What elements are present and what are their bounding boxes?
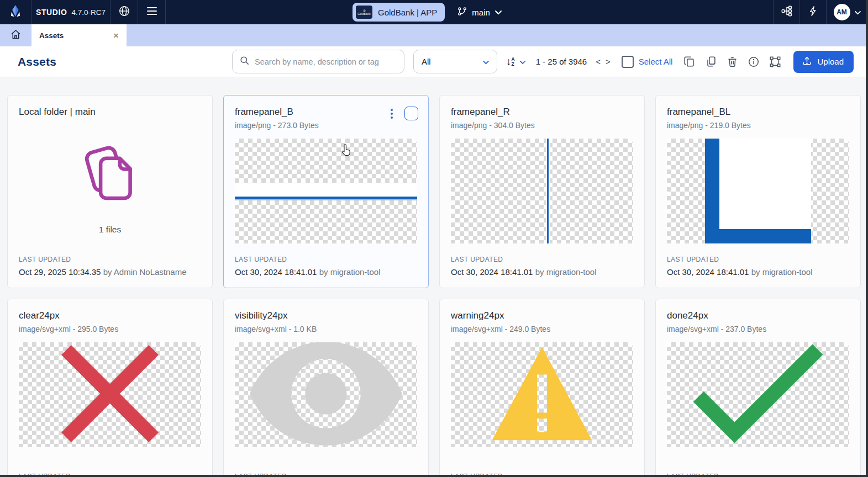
asset-preview bbox=[667, 342, 849, 447]
eye-icon bbox=[248, 342, 404, 447]
asset-title: Local folder | main bbox=[19, 107, 201, 118]
sort-az-icon: ↓ AZ bbox=[506, 56, 515, 67]
card-clear24px[interactable]: clear24px image/svg+xml - 295.0 Bytes LA… bbox=[7, 299, 213, 477]
pagination-range: 1 - 25 of 3946 bbox=[536, 57, 587, 66]
prev-page-button[interactable]: < bbox=[596, 57, 601, 66]
asset-title: done24px bbox=[667, 310, 849, 321]
updated-date: Oct 30, 2024 18:41.01 bbox=[451, 267, 533, 277]
blue-vertical-line bbox=[547, 139, 549, 243]
last-updated-label: LAST UPDATED bbox=[451, 256, 633, 263]
card-framepanel-BL[interactable]: framepanel_BL image/png - 219.0 Bytes LA… bbox=[655, 95, 861, 288]
card-footer: LAST UPDATED Oct 30, 2024 18:41.01 by mi… bbox=[235, 256, 417, 277]
asset-preview bbox=[667, 139, 849, 243]
card-local-folder[interactable]: Local folder | main 1 files LAST UPDATED… bbox=[7, 95, 213, 288]
asset-meta: image/svg+xml - 249.0 Bytes bbox=[451, 325, 633, 333]
close-tab-icon[interactable]: × bbox=[113, 31, 119, 40]
window-edge bbox=[866, 0, 868, 477]
updated-date: Oct 30, 2024 18:41.01 bbox=[235, 267, 317, 277]
branch-name: main bbox=[472, 8, 490, 17]
asset-preview bbox=[451, 139, 633, 243]
asset-meta: image/svg+xml - 1.0 KB bbox=[235, 325, 417, 333]
green-check-icon bbox=[692, 343, 824, 447]
bulk-action-icons bbox=[683, 56, 781, 68]
duplicate-icon[interactable] bbox=[705, 56, 717, 68]
studio-logo-icon bbox=[8, 4, 23, 20]
sort-control[interactable]: ↓ AZ bbox=[506, 56, 526, 67]
asset-title: framepanel_BL bbox=[667, 107, 849, 118]
node-tree-icon bbox=[781, 5, 793, 19]
product-version: 4.7.0-RC7 bbox=[71, 8, 106, 17]
main-menu-button[interactable] bbox=[138, 0, 166, 24]
assets-toolbar: Assets All ↓ AZ 1 - 25 of 3946 < > Selec… bbox=[0, 46, 868, 77]
chevron-down-icon bbox=[854, 7, 861, 17]
card-footer: LAST UPDATED Oct 30, 2024 18:41.01 by mi… bbox=[667, 256, 849, 277]
updated-by: by migration-tool bbox=[535, 267, 597, 277]
goldbank-logo-icon: ♛ GoldBank bbox=[356, 6, 372, 19]
updated-date: Oct 29, 2025 10:34.35 bbox=[19, 267, 101, 277]
last-updated-label: LAST UPDATED bbox=[235, 256, 417, 263]
upload-button[interactable]: Upload bbox=[793, 51, 854, 73]
last-updated-label: LAST UPDATED bbox=[667, 256, 849, 263]
asset-grid: Local folder | main 1 files LAST UPDATED… bbox=[7, 95, 861, 477]
app-header: STUDIO 4.7.0-RC7 ♛ GoldBank GoldBank | A… bbox=[0, 0, 868, 24]
tab-label: Assets bbox=[39, 31, 64, 40]
updated-date: Oct 30, 2024 18:41.01 bbox=[667, 267, 749, 277]
lightning-bolt-icon bbox=[808, 5, 819, 19]
asset-meta: image/svg+xml - 237.0 Bytes bbox=[667, 325, 849, 333]
select-all-checkbox[interactable] bbox=[622, 56, 634, 68]
card-select-checkbox[interactable] bbox=[404, 107, 418, 120]
asset-meta: image/png - 273.0 Bytes bbox=[235, 121, 417, 130]
page-title: Assets bbox=[18, 55, 56, 68]
select-frame-icon[interactable] bbox=[769, 56, 781, 68]
branch-selector[interactable]: main bbox=[457, 6, 502, 19]
workflow-button[interactable] bbox=[773, 0, 799, 24]
card-done24px[interactable]: done24px image/svg+xml - 237.0 Bytes LAS… bbox=[655, 299, 861, 477]
card-framepanel-R[interactable]: framepanel_R image/png - 304.0 Bytes LAS… bbox=[439, 95, 645, 288]
pager: < > bbox=[596, 57, 611, 66]
updated-by: by migration-tool bbox=[751, 267, 813, 277]
info-icon[interactable] bbox=[748, 56, 760, 68]
select-all-label[interactable]: Select All bbox=[639, 57, 673, 66]
chevron-down-icon bbox=[495, 7, 502, 17]
asset-title: framepanel_R bbox=[451, 107, 633, 118]
app-switcher-label: GoldBank | APP bbox=[378, 8, 437, 17]
next-page-button[interactable]: > bbox=[606, 57, 611, 66]
avatar: AM bbox=[834, 4, 850, 20]
app-switcher-pill[interactable]: ♛ GoldBank GoldBank | APP bbox=[353, 3, 445, 22]
red-x-icon bbox=[56, 342, 164, 447]
asset-meta: image/png - 304.0 Bytes bbox=[451, 121, 633, 130]
asset-preview bbox=[235, 342, 417, 447]
card-framepanel-B[interactable]: framepanel_B image/png - 273.0 Bytes LAS… bbox=[223, 95, 429, 288]
asset-meta: image/png - 219.0 Bytes bbox=[667, 121, 849, 130]
card-footer: LAST UPDATED Oct 30, 2024 18:41.01 by mi… bbox=[451, 256, 633, 277]
blue-horizontal-line bbox=[235, 196, 417, 200]
quick-actions-button[interactable] bbox=[799, 0, 826, 24]
search-box[interactable] bbox=[232, 50, 404, 73]
upload-icon bbox=[802, 56, 812, 68]
filter-value: All bbox=[422, 57, 431, 66]
tab-strip: Assets × bbox=[0, 24, 868, 46]
delete-icon[interactable] bbox=[727, 56, 738, 68]
card-warning24px[interactable]: warning24px image/svg+xml - 249.0 Bytes … bbox=[439, 299, 645, 477]
card-visibility24px[interactable]: visibility24px image/svg+xml - 1.0 KB LA… bbox=[223, 299, 429, 477]
tab-assets[interactable]: Assets × bbox=[31, 24, 127, 46]
updated-by: by migration-tool bbox=[319, 267, 381, 277]
user-menu[interactable]: AM bbox=[826, 0, 868, 24]
select-all-group: Select All bbox=[622, 56, 673, 68]
asset-preview bbox=[235, 139, 417, 243]
corner-frame-graphic bbox=[705, 139, 811, 243]
app-logo[interactable] bbox=[0, 0, 31, 24]
asset-title: warning24px bbox=[451, 310, 633, 321]
asset-meta: image/svg+xml - 295.0 Bytes bbox=[19, 325, 201, 333]
folder-file-count: 1 files bbox=[99, 225, 122, 235]
search-input[interactable] bbox=[255, 57, 397, 66]
asset-preview bbox=[19, 342, 201, 447]
warning-triangle-icon bbox=[491, 342, 593, 447]
window-edge bbox=[0, 475, 868, 477]
home-tab[interactable] bbox=[0, 24, 31, 46]
copy-icon[interactable] bbox=[683, 56, 696, 68]
language-button[interactable] bbox=[111, 0, 138, 24]
kebab-menu-icon[interactable] bbox=[388, 108, 395, 120]
card-footer: LAST UPDATED Oct 29, 2025 10:34.35 by Ad… bbox=[19, 256, 201, 277]
filter-select[interactable]: All bbox=[413, 50, 497, 73]
